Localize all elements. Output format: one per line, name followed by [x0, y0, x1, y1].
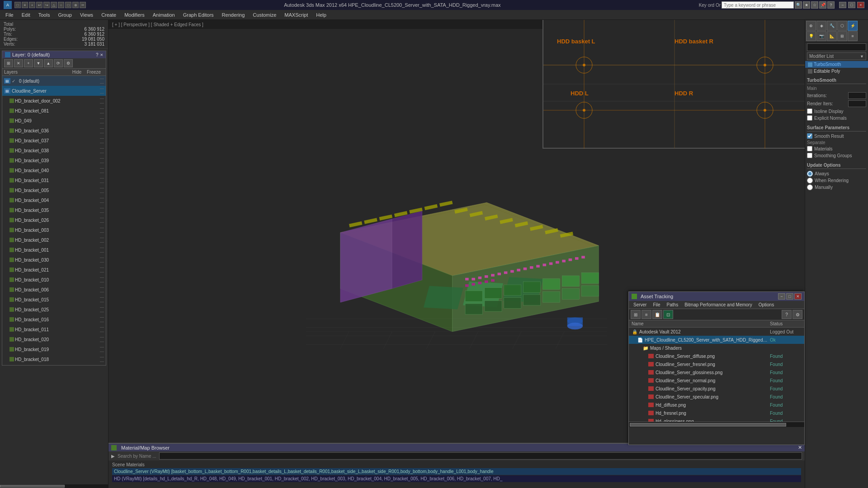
rt-btn7[interactable]: 📷 [816, 31, 826, 41]
material-search-input[interactable] [159, 452, 802, 460]
at-row[interactable]: 📄HPE_Cloudline_CL5200_Server_with_SATA_H… [629, 336, 804, 344]
layer-item[interactable]: HD_bracket_037— — [2, 136, 106, 145]
at-row[interactable]: Hd_fresnel.pngFound [629, 409, 804, 417]
at-tb1[interactable]: ⊞ [631, 310, 641, 319]
menu-help[interactable]: Help [312, 11, 330, 19]
at-row[interactable]: Cloudline_Server_fresnel.pngFound [629, 360, 804, 368]
menu-edit[interactable]: Edit [18, 11, 34, 19]
layer-item[interactable]: HD_bracket_081— — [2, 106, 106, 116]
menu-maxscript[interactable]: MAXScript [281, 11, 311, 19]
maximize-button[interactable]: □ [848, 2, 855, 8]
at-row[interactable]: Hd_diffuse.pngFound [629, 401, 804, 409]
tb-help[interactable]: ? [827, 1, 835, 9]
close-button[interactable]: × [857, 2, 864, 8]
toolbar-icon2[interactable]: ✕ [14, 59, 23, 67]
layer-item[interactable]: HD_bracket_005— — [2, 185, 106, 195]
at-menu-paths[interactable]: Paths [664, 302, 681, 308]
rt-btn10[interactable]: ≡ [848, 31, 858, 41]
manually-radio[interactable] [807, 184, 813, 190]
layer-item[interactable]: HD_bracket_004— — [2, 195, 106, 205]
layer-item[interactable]: HD_bracket_036— — [2, 126, 106, 136]
always-radio[interactable] [807, 171, 813, 177]
toolbar-icon5[interactable]: ▲ [44, 59, 53, 67]
menu-rendering[interactable]: Rendering [218, 11, 249, 19]
at-row[interactable]: Cloudline_Server_specular.pngFound [629, 393, 804, 401]
layer-item[interactable]: HD_bracket_011— — [2, 324, 106, 334]
minimize-button[interactable]: − [839, 2, 846, 8]
layer-scrollbar-h[interactable] [0, 484, 108, 488]
layer-item[interactable]: HD_049— — [2, 116, 106, 126]
rt-btn5[interactable]: ⚡ [848, 21, 858, 31]
menu-graph-editors[interactable]: Graph Editors [179, 11, 217, 19]
layer-item[interactable]: HD_bracket_019— — [2, 344, 106, 354]
at-maximize[interactable]: □ [786, 293, 793, 300]
layer-item[interactable]: HD_bracket_016— — [2, 314, 106, 324]
menu-customize[interactable]: Customize [249, 11, 280, 19]
rt-btn9[interactable]: ⊞ [837, 31, 847, 41]
rt-btn2[interactable]: ◈ [816, 21, 826, 31]
layer-item[interactable]: HD_bracket_030— — [2, 255, 106, 265]
menu-animation[interactable]: Animation [149, 11, 179, 19]
at-row[interactable]: 📁Maps / Shaders [629, 344, 804, 352]
at-minimize[interactable]: − [778, 293, 785, 300]
layer-item[interactable]: HD_bracket_039— — [2, 155, 106, 165]
menu-tools[interactable]: Tools [35, 11, 54, 19]
layer-item[interactable]: HD_bracket_031— — [2, 175, 106, 185]
material-browser-close[interactable]: ✕ [798, 445, 802, 450]
layer-item[interactable]: ▤Cloudline_Server— — [2, 86, 106, 96]
at-tb-settings[interactable]: ⚙ [793, 310, 802, 319]
materials-checkbox[interactable] [807, 146, 812, 151]
explicit-checkbox[interactable] [807, 115, 812, 121]
at-close[interactable]: ✕ [794, 293, 802, 300]
search-icon[interactable]: 🔍 [795, 1, 802, 9]
rt-btn4[interactable]: ⬡ [837, 21, 847, 31]
at-scrollbar-h[interactable] [629, 422, 804, 427]
rt-btn1[interactable]: ⊕ [806, 21, 816, 31]
layer-item[interactable]: details_hd_L— — [2, 364, 106, 365]
layer-item[interactable]: HD_bracket_door_002— — [2, 96, 106, 106]
at-menu-options[interactable]: Options [756, 302, 777, 308]
toolbar-icon7[interactable]: ⚙ [64, 59, 73, 67]
menu-modifiers[interactable]: Modifiers [121, 11, 148, 19]
menu-group[interactable]: Group [54, 11, 75, 19]
at-menu-file[interactable]: File [650, 302, 663, 308]
layer-item[interactable]: HD_bracket_003— — [2, 225, 106, 235]
layer-item[interactable]: HD_bracket_040— — [2, 165, 106, 175]
toolbar-icon1[interactable]: ⊞ [4, 59, 13, 67]
modifier-turbosmooth[interactable]: TurboSmooth [805, 61, 868, 68]
at-menu-server[interactable]: Server [631, 302, 649, 308]
layer-item[interactable]: HD_bracket_020— — [2, 334, 106, 344]
at-row[interactable]: Cloudline_Server_diffuse.pngFound [629, 352, 804, 360]
layer-item[interactable]: HD_bracket_002— — [2, 235, 106, 245]
layer-item[interactable]: HD_bracket_001— — [2, 245, 106, 255]
smooth-result-checkbox[interactable] [807, 133, 812, 139]
iterations-input[interactable]: 0 [848, 92, 866, 99]
layer-item[interactable]: HD_bracket_018— — [2, 354, 106, 364]
layer-item[interactable]: ▤✓0 (default)— — [2, 76, 106, 86]
menu-views[interactable]: Views [76, 11, 97, 19]
toolbar-icon3[interactable]: + [24, 59, 33, 67]
when-rendering-radio[interactable] [807, 178, 813, 183]
at-row[interactable]: Cloudline_Server_opacity.pngFound [629, 385, 804, 393]
material-line-2[interactable]: HD (VRayMtl) [details_hd_L,details_hd_R,… [112, 475, 801, 482]
layer-item[interactable]: HD_bracket_010— — [2, 275, 106, 285]
menu-create[interactable]: Create [98, 11, 120, 19]
rt-btn6[interactable]: 💡 [806, 31, 816, 41]
layer-dialog-help[interactable]: ? [96, 52, 99, 57]
at-tb4[interactable]: ⊡ [663, 310, 673, 319]
layer-scrollbar-thumb-h[interactable] [0, 485, 65, 488]
at-row[interactable]: Hd_glossiness.pngFound [629, 417, 804, 422]
layer-item[interactable]: HD_bracket_038— — [2, 145, 106, 155]
layer-item[interactable]: HD_bracket_021— — [2, 265, 106, 275]
layer-item[interactable]: HD_bracket_025— — [2, 305, 106, 314]
at-tb-help[interactable]: ? [782, 310, 792, 319]
at-row[interactable]: 🔒Autodesk Vault 2012Logged Out [629, 328, 804, 336]
modifier-editable-poly[interactable]: Editable Poly [805, 68, 868, 75]
layer-dialog-title[interactable]: Layer: 0 (default) ? × [2, 51, 106, 58]
rt-btn3[interactable]: 🔧 [827, 21, 837, 31]
modifier-name-field[interactable]: lock_bolt_003 [807, 43, 866, 51]
toolbar-icon4[interactable]: ▼ [34, 59, 43, 67]
render-iters-input[interactable]: 1 [848, 100, 866, 107]
toolbar-icon6[interactable]: ⟳ [54, 59, 63, 67]
smoothing-groups-checkbox[interactable] [807, 153, 812, 158]
